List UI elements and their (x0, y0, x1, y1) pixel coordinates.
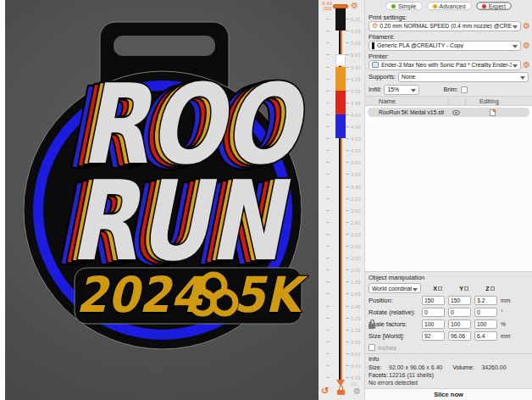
position-y-input[interactable] (448, 296, 471, 305)
facets-label: Facets: (369, 372, 389, 378)
slider-toolbar: ↺ ⚙ (319, 386, 364, 398)
color-change-segment[interactable] (335, 67, 346, 91)
medal-banner: 2024 5K (75, 266, 308, 324)
size-label: Size: (369, 364, 389, 370)
filament-gear-icon[interactable]: ⚙ (523, 42, 530, 50)
inches-label: Inches (378, 344, 396, 352)
color-change-segment[interactable] (335, 114, 346, 138)
position-x-input[interactable] (422, 296, 445, 305)
infill-select[interactable]: 15% (384, 85, 419, 95)
chevron-down-icon (513, 45, 518, 48)
slider-settings-gear-icon[interactable]: ⚙ (353, 387, 361, 396)
layer-slider: 6.43 (32) 6.236.035.835.635.435.235.034.… (319, 0, 364, 400)
svg-text:5K: 5K (234, 266, 308, 324)
scale-z-input[interactable] (474, 319, 497, 329)
brim-label: Brim: (443, 86, 458, 93)
rotate-row: Rotate (relative): ° (369, 307, 529, 318)
color-change-segment[interactable] (335, 54, 346, 66)
edit-object-icon[interactable] (490, 109, 496, 116)
axis-x-icon (438, 286, 442, 291)
slicer-window: ROO ROO ROO ROO RUN RUN RUN RUN (0, 0, 532, 400)
chevron-down-icon (513, 25, 518, 29)
object-list-header: Name Editing (365, 96, 532, 106)
size-x-input[interactable] (422, 331, 445, 341)
scale-x-input[interactable] (422, 319, 445, 329)
layer-range-gear-icon[interactable]: ⚙ (351, 2, 358, 10)
mode-bar: Simple Advanced Expert (365, 0, 532, 12)
axis-y-header: Y (451, 286, 477, 292)
print-settings-select[interactable]: ⚙ 0.20 mm NORMAL SPEED (0.4 mm nozzle) @… (369, 21, 521, 31)
coordinates-select[interactable]: World coordinates (369, 283, 421, 293)
lock-icon[interactable] (337, 388, 345, 395)
supports-label: Supports: (369, 73, 396, 81)
axis-z-header: Z (477, 286, 503, 292)
color-change-segment[interactable] (335, 91, 346, 114)
filament-color-swatch (372, 42, 374, 49)
settings-panel: Simple Advanced Expert Print settings: ⚙… (364, 0, 532, 400)
undo-icon[interactable]: ↺ (321, 386, 329, 396)
scale-row: Scale factors: % (369, 319, 529, 330)
size-y-input[interactable] (448, 331, 471, 341)
name-column-header: Name (365, 97, 396, 105)
volume-value: 34260.00 (481, 364, 506, 370)
filament-select[interactable]: Generic PLA @CREALITY - Copy (369, 41, 521, 51)
rotate-x-input[interactable] (422, 308, 445, 317)
object-manipulation-title: Object manipulation (369, 274, 529, 282)
chevron-down-icon (520, 76, 525, 80)
printer-select[interactable]: Ender-3 Max Neo with Sonic Pad * Crealit… (369, 60, 521, 70)
uniform-scale-lock-icon[interactable] (369, 322, 375, 330)
printer-icon (372, 62, 379, 68)
object-list: RooRun 5K Medal v15.stl (365, 106, 532, 271)
advanced-dot-icon (433, 4, 437, 8)
axis-x-header: X (424, 286, 451, 292)
position-row: Position: mm (369, 295, 529, 306)
medal-model[interactable]: ROO ROO ROO ROO RUN RUN RUN RUN (5, 0, 319, 400)
viewport-3d[interactable]: ROO ROO ROO ROO RUN RUN RUN RUN (5, 0, 319, 400)
infill-label: Infill: (369, 86, 381, 93)
printer-gear-icon[interactable]: ⚙ (523, 61, 530, 69)
position-z-input[interactable] (474, 296, 497, 305)
mode-advanced-button[interactable]: Advanced (427, 2, 472, 10)
size-z-input[interactable] (474, 331, 497, 341)
color-change-segment[interactable] (335, 7, 346, 31)
rotate-y-input[interactable] (448, 308, 471, 317)
rotate-z-input[interactable] (474, 308, 497, 317)
facets-value: 12216 (11 shells) (389, 372, 434, 378)
mode-expert-button[interactable]: Expert (476, 2, 512, 10)
info-section: Info Size: 92.00 x 96.06 x 6.40 Volume: … (365, 353, 532, 388)
chevron-down-icon (513, 64, 518, 68)
inches-checkbox[interactable] (369, 344, 375, 351)
info-title: Info (369, 355, 529, 364)
simple-dot-icon (391, 4, 396, 8)
printer-label: Printer: (365, 51, 532, 59)
print-profile-icon: ⚙ (372, 23, 378, 30)
layer-slider-upper-handle[interactable] (333, 4, 348, 8)
supports-select[interactable]: None (398, 72, 529, 82)
slice-now-button[interactable]: Slice now (365, 388, 532, 400)
status-text: No errors detected (369, 380, 418, 386)
axis-z-icon (490, 286, 495, 291)
print-settings-label: Print settings: (365, 12, 532, 20)
chevron-down-icon (411, 89, 416, 92)
filament-label: Filament: (365, 31, 532, 40)
editing-column-header: Editing (479, 97, 499, 105)
object-row[interactable]: RooRun 5K Medal v15.stl (368, 108, 529, 117)
brim-checkbox[interactable] (461, 86, 468, 93)
volume-label: Volume: (452, 364, 481, 370)
mode-simple-button[interactable]: Simple (385, 2, 422, 10)
size-row: Size [World]: mm (369, 331, 529, 342)
axis-y-icon (464, 286, 468, 291)
svg-text:2024: 2024 (76, 266, 204, 324)
expert-dot-icon (482, 4, 486, 8)
visibility-eye-icon[interactable] (452, 110, 460, 115)
print-settings-gear-icon[interactable]: ⚙ (523, 22, 530, 31)
object-manipulation-section: Object manipulation World coordinates X … (365, 271, 532, 353)
layer-slider-top-label: 6.43 (32) (319, 1, 332, 11)
size-value: 92.00 x 96.06 x 6.40 (389, 364, 442, 370)
chevron-down-icon (413, 288, 418, 292)
scale-y-input[interactable] (448, 319, 471, 329)
